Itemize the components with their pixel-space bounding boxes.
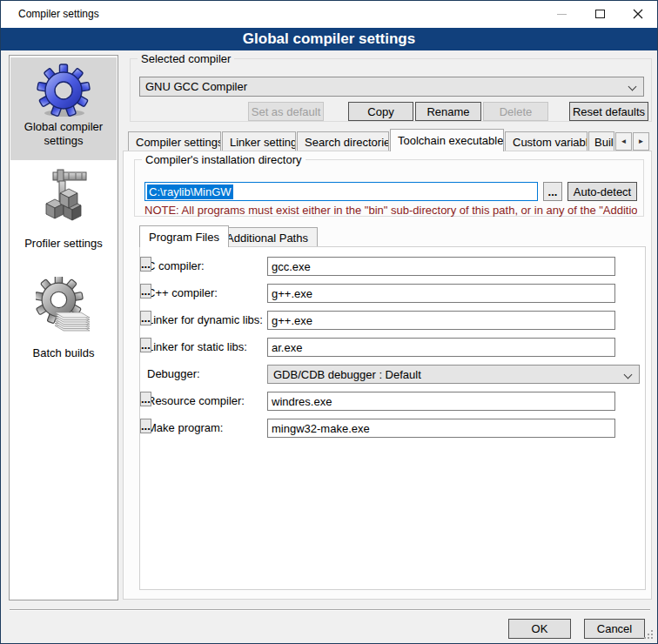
- tab-search-directories[interactable]: Search directories: [297, 131, 389, 151]
- c-compiler-label: C compiler:: [147, 259, 205, 272]
- sidebar-item-label: Global compiler settings: [10, 118, 117, 153]
- linker-static-input[interactable]: [267, 338, 615, 357]
- gray-gear-stack-icon: [36, 277, 91, 332]
- sidebar-item-batch-builds[interactable]: Batch builds: [10, 272, 117, 376]
- toolchain-executables-page: Compiler's installation directory C:\ray…: [123, 151, 652, 600]
- installation-directory-input[interactable]: C:\raylib\MinGW: [144, 182, 538, 201]
- title-bar: Compiler settings: [1, 1, 657, 28]
- resource-compiler-browse-button: ...: [140, 392, 151, 406]
- c-compiler-browse-button: ...: [140, 257, 151, 272]
- maximize-icon: [595, 10, 605, 18]
- tab-linker-settings[interactable]: Linker settings: [222, 131, 296, 151]
- compiler-select-value: GNU GCC Compiler: [145, 80, 247, 93]
- page-title: Global compiler settings: [1, 28, 657, 50]
- close-icon: [633, 9, 643, 19]
- sidebar-item-global-compiler-settings[interactable]: Global compiler settings: [10, 57, 117, 160]
- debugger-label: Debugger:: [147, 367, 200, 380]
- sidebar-item-label: Batch builds: [10, 345, 117, 366]
- linker-static-label: Linker for static libs:: [147, 340, 247, 353]
- make-program-label: Make program:: [147, 421, 223, 434]
- minimize-icon: [557, 14, 567, 15]
- installation-directory-group-label: Compiler's installation directory: [142, 153, 306, 166]
- chevron-down-icon: [624, 371, 633, 379]
- tab-toolchain-executables[interactable]: Toolchain executables: [390, 129, 504, 151]
- sidebar-item-label: Profiler settings: [10, 235, 117, 256]
- chevron-down-icon: [628, 83, 637, 91]
- subtab-program-files[interactable]: Program Files: [139, 225, 229, 247]
- footer-separator: [10, 609, 650, 611]
- ok-button[interactable]: OK: [508, 619, 571, 639]
- tab-scroll-left-button[interactable]: ◄: [615, 132, 632, 151]
- c-compiler-input[interactable]: [267, 257, 615, 276]
- window-title: Compiler settings: [18, 8, 99, 20]
- cpp-compiler-label: C++ compiler:: [147, 286, 218, 299]
- close-button[interactable]: [621, 1, 655, 27]
- linker-dynamic-input[interactable]: [267, 311, 615, 330]
- delete-button[interactable]: Delete: [483, 102, 548, 121]
- debugger-select[interactable]: GDB/CDB debugger : Default: [267, 365, 640, 384]
- sidebar-item-profiler-settings[interactable]: Profiler settings: [10, 162, 117, 266]
- copy-button[interactable]: Copy: [348, 102, 413, 121]
- resource-compiler-label: Resource compiler:: [147, 394, 245, 407]
- arrow-right-icon: ►: [638, 138, 645, 145]
- cancel-button[interactable]: Cancel: [584, 619, 645, 639]
- linker-dynamic-browse-button: ...: [140, 311, 151, 325]
- linker-static-browse-button: ...: [140, 338, 151, 352]
- arrow-left-icon: ◄: [621, 138, 628, 145]
- program-files-panel: C compiler: ... C++ compiler: ... Linker…: [139, 246, 646, 590]
- installation-directory-selected-text: C:\raylib\MinGW: [147, 184, 233, 199]
- auto-detect-button[interactable]: Auto-detect: [567, 182, 637, 201]
- resource-compiler-input[interactable]: [267, 392, 615, 411]
- set-as-default-button[interactable]: Set as default: [248, 102, 324, 121]
- tab-build-options[interactable]: Build options: [588, 131, 614, 151]
- tab-scroll-right-button[interactable]: ►: [633, 132, 649, 151]
- compiler-select[interactable]: GNU GCC Compiler: [139, 77, 644, 97]
- selected-compiler-group: Selected compiler GNU GCC Compiler Set a…: [130, 58, 652, 122]
- blue-gear-icon: [36, 63, 91, 118]
- resize-grip[interactable]: [643, 629, 655, 641]
- reset-defaults-button[interactable]: Reset defaults: [569, 102, 648, 121]
- cpp-compiler-input[interactable]: [267, 284, 615, 303]
- make-program-input[interactable]: [267, 419, 615, 438]
- subtab-additional-paths[interactable]: Additional Paths: [217, 227, 318, 247]
- make-program-browse-button: ...: [140, 419, 151, 433]
- rename-button[interactable]: Rename: [415, 102, 481, 121]
- tab-compiler-settings[interactable]: Compiler settings: [128, 131, 221, 151]
- compiler-settings-dialog: Compiler settings Global compiler settin…: [0, 0, 658, 644]
- selected-compiler-group-label: Selected compiler: [138, 52, 234, 65]
- minimize-button[interactable]: [544, 1, 579, 27]
- cpp-compiler-browse-button: ...: [140, 284, 151, 299]
- note-text: NOTE: All programs must exist either in …: [144, 204, 637, 217]
- installation-directory-browse-button[interactable]: ...: [543, 182, 562, 201]
- settings-category-list: Global compiler settings: [9, 55, 118, 600]
- installation-directory-group: Compiler's installation directory C:\ray…: [134, 159, 644, 217]
- tab-custom-variables[interactable]: Custom variables: [505, 131, 588, 151]
- caliper-blocks-icon: [36, 167, 91, 223]
- debugger-select-value: GDB/CDB debugger : Default: [273, 368, 421, 381]
- linker-dynamic-label: Linker for dynamic libs:: [147, 313, 263, 326]
- maximize-button[interactable]: [582, 1, 617, 27]
